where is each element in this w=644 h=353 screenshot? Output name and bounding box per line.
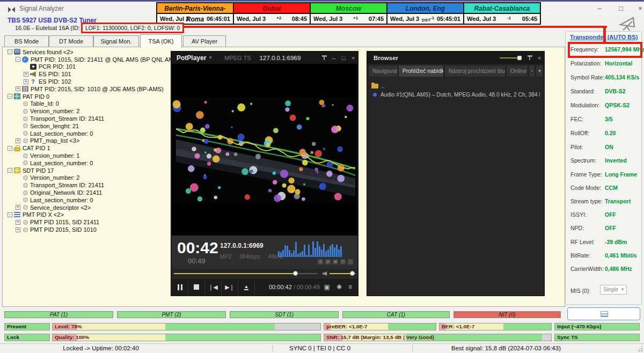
tree-item[interactable]: Version_number: 2 [5,107,166,115]
tree-item[interactable]: Version_number: 1 [5,152,166,159]
tree-item[interactable]: Transport_Stream ID: 21411 [5,115,166,122]
volume-knob[interactable] [350,271,355,276]
tree-item[interactable]: -PMT PID X <2> [5,211,166,219]
maximize-button[interactable]: □ [612,3,630,14]
tree-item[interactable]: PCR PID: 101 [5,63,166,71]
close-button[interactable]: × [631,3,644,14]
expander[interactable]: - [8,168,12,173]
stream-server-button[interactable] [567,307,640,320]
tree-item[interactable]: +Service_descriptor <2> [5,204,166,211]
menu-icon[interactable]: ≡ [348,283,352,291]
potplayer-minimize-button[interactable]: – [329,55,339,61]
leaf-icon [23,227,28,232]
minimize-button[interactable]: – [590,3,609,14]
opacity-knob[interactable] [517,56,522,60]
tab-bs-mode[interactable]: BS Mode [4,35,49,47]
tree-label: ES PID: 102 [39,78,71,85]
player-mini-toolbar[interactable]: A⇄■↻⌐ [318,259,353,264]
info-row: BitRate:0,461 Mbit/s [570,252,640,260]
tab-tsa-active[interactable]: TSA (OK) [140,34,182,48]
seek-bar[interactable] [174,273,318,274]
potplayer-maximize-button[interactable]: □ [339,55,348,61]
tree-item[interactable]: Last_section_number: 0 [5,130,166,137]
tree-item[interactable]: Version_number: 2 [5,174,166,182]
lock-icon [14,148,20,151]
expander[interactable]: - [8,49,12,54]
leaf-icon [23,220,28,225]
tree-item[interactable]: -PAT PID 0 [5,93,166,100]
tab-online[interactable]: Online [507,65,528,77]
browser-titlebar[interactable]: Browser × [367,52,544,64]
settings-gear-icon[interactable]: ✱ [336,283,342,291]
tree-item[interactable]: -SDT PID 17 [5,167,166,174]
expander[interactable]: + [16,138,20,143]
expander[interactable]: + [16,220,20,225]
tab-av-player[interactable]: AV Player [183,35,226,47]
volume-icon[interactable] [323,271,327,276]
expander[interactable]: - [16,57,20,62]
eject-button[interactable]: ▲ [238,278,255,296]
expander[interactable]: + [16,205,20,210]
tab-signal-mon[interactable]: Signal Mon. [93,35,139,47]
tree-item[interactable]: +PMT_map_list <3> [5,137,166,145]
tree-item[interactable]: +PMT PID: 2015, SID: 1010 @ JOE AMS (BP-… [5,85,166,93]
now-playing: 127.0.0.1:6969 [220,242,264,249]
tab-dt-mode[interactable]: DT Mode [49,35,93,47]
pid-bar-cat: CAT (1) [342,311,450,318]
tree-item[interactable]: +PMT PID 2015, SID 1010 [5,226,166,233]
tree-item[interactable]: Original_Network ID: 21411 [5,189,166,196]
browser-tabs: Navigovat Prohlížeč nabídky Nástroj proc… [367,64,544,78]
expander[interactable]: - [8,212,12,217]
leaf-icon [23,183,28,188]
present-indicator: Present [4,323,50,330]
resize-grip[interactable] [636,345,643,352]
seek-knob[interactable] [293,271,298,276]
expander[interactable]: + [16,86,20,91]
previous-button[interactable]: ❘◀ [205,278,222,296]
mis-dropdown[interactable]: Single▼ [600,285,627,295]
volume-slider[interactable] [330,273,355,274]
pin-icon[interactable] [525,55,535,61]
pin-icon[interactable] [319,55,329,61]
bitrate: 384kbps [239,254,260,260]
tab-navigate[interactable]: Navigovat [369,65,397,77]
pause-button[interactable] [172,278,188,296]
tree-item[interactable]: Transport_Stream ID: 21411 [5,181,166,189]
expander[interactable]: + [16,227,20,232]
expander[interactable]: + [24,72,28,77]
parent-folder-item[interactable]: .. [371,82,540,90]
tree-item[interactable]: Last_section_number: 0 [5,159,166,167]
tree-item[interactable]: -CAT PID 1 [5,144,166,152]
tree-item[interactable]: +ES PID: 102 [5,78,166,85]
opacity-slider[interactable] [500,57,520,58]
expander[interactable]: + [24,79,28,84]
tree-item[interactable]: Table_Id: 0 [5,100,166,108]
audio-track-item[interactable]: Audio #1(QNL AMS) – Dutch, MPEG Audio, 4… [371,90,540,99]
video-area[interactable] [172,64,357,236]
tree-item[interactable]: Section_lenght: 21 [5,122,166,130]
chevron-down-icon[interactable]: ▼ [208,55,213,60]
audio-spectrum [278,240,356,257]
tree-item[interactable]: Last_section_number: 0 [5,196,166,204]
clock-time: 08:45 [292,16,307,22]
expander[interactable]: - [8,146,12,151]
tab-subtitle-browser[interactable]: Nástroj procházení titulků [445,65,505,77]
potplayer-titlebar[interactable]: PotPlayer ▼ MPEG TS 127.0.0.1:6969 – □ × [171,52,358,64]
dropdown-icon[interactable]: ▾ [536,65,543,77]
tree-item[interactable]: +PMT PID 1015, SID 21411 [5,218,166,226]
next-button[interactable]: ▶❘ [222,278,238,296]
tree-item[interactable]: +ES PID: 101 [5,70,166,78]
playlist-icon[interactable]: ▣ [324,283,330,291]
expander[interactable]: - [8,94,12,99]
shuffle-icon: ⇄ [325,259,331,264]
browser-close-button[interactable]: × [535,55,544,61]
tree-item[interactable]: -Services found <2> [5,48,166,56]
mis-label: MIS (0): [570,288,590,294]
tab-menu-browser[interactable]: Prohlížeč nabídky [399,65,443,77]
tree-item[interactable]: -PMT PID: 1015, SID: 21411 @ QNL AMS (BP… [5,56,166,63]
statusbar-divider [412,345,413,352]
stop-button[interactable] [188,278,205,296]
lock-indicator: Lock [4,334,50,341]
scroll-right-icon[interactable]: › [529,65,535,77]
potplayer-close-button[interactable]: × [348,55,358,61]
